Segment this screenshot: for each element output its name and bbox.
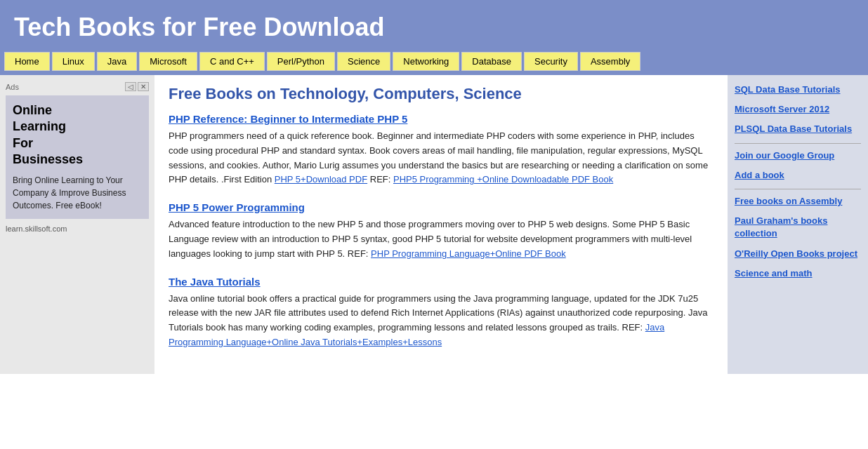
nav-link-java[interactable]: Java [97,52,137,71]
nav-item: Assembly [580,52,640,71]
ad-label: Ads [6,83,19,91]
right-link-1[interactable]: Microsoft Server 2012 [735,103,861,116]
nav-item: Home [4,52,50,71]
nav-link-microsoft[interactable]: Microsoft [139,52,197,71]
nav-item: Linux [52,52,95,71]
right-divider [735,143,861,144]
right-link-7[interactable]: O'Reilly Open Books project [735,248,861,260]
section-title: Free Books on Technology, Computers, Sci… [169,85,714,103]
book-title-link-3[interactable]: The Java Tutorials [169,276,261,288]
right-link-6[interactable]: Paul Graham's books collection [735,215,861,240]
nav-item: Microsoft [139,52,197,71]
left-sidebar: Ads ◁ ✕ Online Learning For Businesses B… [0,75,154,374]
site-header: Tech Books for Free Download [0,0,868,52]
book-title-3: The Java Tutorials [169,276,714,288]
nav-item: Java [97,52,137,71]
book-link1-2[interactable]: PHP Programming Language+Online PDF Book [371,248,566,259]
right-divider [735,189,861,189]
book-entry-1: PHP Reference: Beginner to Intermediate … [169,113,714,187]
nav-item: Security [524,52,578,71]
main-content: Free Books on Technology, Computers, Sci… [154,75,728,374]
main-nav: HomeLinuxJavaMicrosoftC and C++Perl/Pyth… [0,52,868,75]
book-title-link-2[interactable]: PHP 5 Power Programming [169,201,305,213]
right-link-4[interactable]: Add a book [735,169,861,182]
ad-close-icon[interactable]: ✕ [138,82,149,91]
nav-link-home[interactable]: Home [4,52,50,71]
right-link-2[interactable]: PLSQL Data Base Tutorials [735,123,861,135]
book-desc-3: Java online tutorial book offers a pract… [169,292,714,350]
book-entry-2: PHP 5 Power ProgrammingAdvanced feature … [169,201,714,261]
right-links: SQL Data Base TutorialsMicrosoft Server … [735,83,861,280]
nav-list: HomeLinuxJavaMicrosoftC and C++Perl/Pyth… [0,52,868,71]
nav-link-science[interactable]: Science [337,52,390,71]
nav-item: C and C++ [199,52,265,71]
ad-bar: Ads ◁ ✕ [6,82,149,91]
book-desc-2: Advanced feature introduction to the new… [169,217,714,261]
book-desc-1: PHP programmers need of a quick referenc… [169,129,714,187]
books-list: PHP Reference: Beginner to Intermediate … [169,113,714,350]
ad-controls: ◁ ✕ [125,82,149,91]
right-link-0[interactable]: SQL Data Base Tutorials [735,83,861,96]
sidebar-footer: learn.skillsoft.com [6,224,149,233]
book-title-1: PHP Reference: Beginner to Intermediate … [169,113,714,125]
nav-item: Perl/Python [267,52,335,71]
book-link1-1[interactable]: PHP 5+Download PDF [275,174,367,185]
nav-link-networking[interactable]: Networking [393,52,459,71]
nav-link-c-and-c--[interactable]: C and C++ [199,52,265,71]
nav-link-linux[interactable]: Linux [52,52,95,71]
nav-item: Database [461,52,522,71]
main-wrapper: Ads ◁ ✕ Online Learning For Businesses B… [0,75,868,374]
nav-item: Networking [393,52,459,71]
book-link2-1[interactable]: PHP5 Programming +Online Downloadable PD… [393,174,613,185]
nav-link-perl-python[interactable]: Perl/Python [267,52,335,71]
right-link-3[interactable]: Join our Google Group [735,149,861,162]
nav-link-assembly[interactable]: Assembly [580,52,640,71]
book-link1-3[interactable]: Java Programming Language+Online Java Tu… [169,322,664,347]
book-title-link-1[interactable]: PHP Reference: Beginner to Intermediate … [169,113,407,125]
ad-back-icon[interactable]: ◁ [125,82,136,91]
site-title: Tech Books for Free Download [14,13,854,42]
book-entry-3: The Java TutorialsJava online tutorial b… [169,276,714,350]
nav-link-security[interactable]: Security [524,52,578,71]
book-title-2: PHP 5 Power Programming [169,201,714,213]
right-link-5[interactable]: Free books on Assembly [735,195,861,208]
right-sidebar: SQL Data Base TutorialsMicrosoft Server … [728,75,868,374]
sidebar-subtext: Bring Online Learning to Your Company & … [13,174,142,212]
right-link-8[interactable]: Science and math [735,267,861,280]
sidebar-ad-content: Online Learning For Businesses Bring Onl… [6,95,149,219]
nav-item: Science [337,52,390,71]
nav-link-database[interactable]: Database [461,52,522,71]
